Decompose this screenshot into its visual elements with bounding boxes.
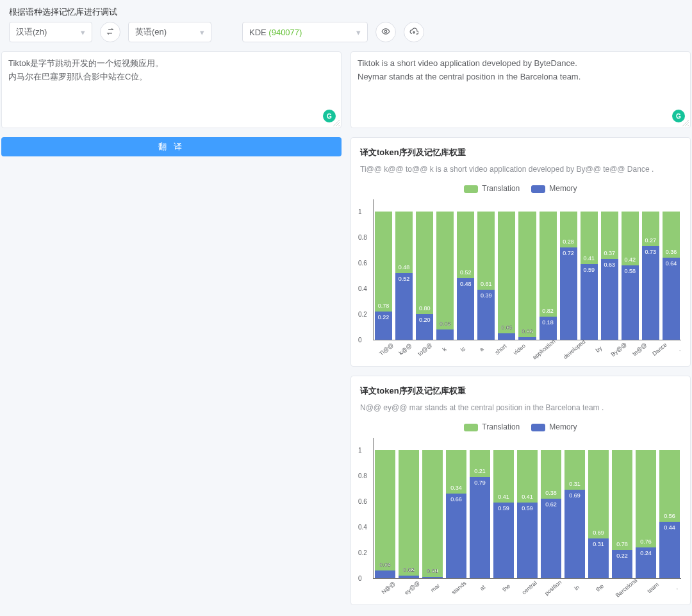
preview-button[interactable] — [375, 22, 396, 42]
target-language-select[interactable]: 英语(en) ▾ — [128, 22, 211, 42]
bar-te@@: 0.420.58 — [622, 212, 639, 340]
legend-swatch-translation — [464, 424, 478, 431]
source-language-value: 汉语(zh) — [16, 26, 47, 38]
resize-grip-icon[interactable] — [333, 120, 340, 126]
bar-the: 0.690.31 — [588, 450, 609, 578]
source-language-select[interactable]: 汉语(zh) ▾ — [9, 22, 92, 42]
bar-central: 0.410.59 — [517, 450, 538, 578]
xlabel: . — [668, 338, 687, 356]
xlabel: to@@ — [413, 338, 433, 357]
bar-Barcelona: 0.780.22 — [612, 450, 632, 578]
swap-languages-button[interactable] — [100, 22, 120, 42]
eye-icon — [381, 27, 390, 38]
bar-ey@@: 0.980.02 — [399, 450, 419, 578]
legend-swatch-memory — [531, 424, 545, 431]
xlabel: short — [489, 338, 508, 356]
bar-k: 0.920.08 — [436, 212, 454, 340]
chart-legend: Translation Memory — [360, 419, 681, 438]
bar-short: 0.950.05 — [498, 212, 515, 340]
chevron-down-icon: ▾ — [81, 28, 85, 37]
bar-team: 0.760.24 — [636, 450, 656, 578]
chevron-down-icon: ▾ — [356, 28, 361, 37]
target-language-value: 英语(en) — [135, 26, 167, 38]
bar-video: 0.980.02 — [518, 212, 536, 340]
bar-position: 0.380.62 — [541, 450, 561, 578]
token-weights-panel-2: 译文token序列及记忆库权重 N@@ ey@@ mar stands at t… — [350, 376, 691, 605]
bar-stands: 0.340.66 — [446, 450, 466, 578]
source-line: 内马尔在巴塞罗那队合影中站在C位。 — [8, 71, 334, 84]
upload-button[interactable] — [404, 22, 424, 42]
page-title: 根据语种选择记忆库进行调试 — [0, 0, 692, 22]
panel-title: 译文token序列及记忆库权重 — [351, 138, 690, 162]
legend-swatch-memory — [531, 185, 545, 193]
bar-.: 0.560.44 — [659, 450, 680, 578]
xlabel: video — [508, 338, 527, 356]
panel-subtitle: N@@ ey@@ mar stands at the central posit… — [351, 401, 690, 419]
translate-button[interactable]: 翻 译 — [1, 137, 342, 156]
bar-in: 0.310.69 — [564, 450, 585, 578]
cloud-upload-icon — [409, 27, 418, 38]
chart-legend: Translation Memory — [360, 180, 681, 199]
bar-mar: 0.990.01 — [422, 450, 443, 578]
bar-to@@: 0.800.20 — [416, 212, 433, 340]
bar-k@@: 0.480.52 — [395, 212, 413, 340]
output-line: Neymar stands at the central position in… — [358, 71, 684, 84]
bar-at: 0.210.79 — [470, 450, 490, 578]
bar-developed: 0.280.72 — [560, 212, 577, 340]
resize-grip-icon[interactable] — [682, 120, 689, 126]
xlabel: Dance — [648, 338, 668, 358]
panel-title: 译文token序列及记忆库权重 — [351, 376, 690, 401]
bar-By@@: 0.370.63 — [601, 212, 618, 340]
bar-N@@: 0.940.06 — [375, 450, 395, 578]
bar-Dance: 0.270.73 — [642, 212, 659, 340]
bar-by: 0.410.59 — [581, 212, 598, 340]
xlabel: k — [432, 338, 452, 356]
xlabel: te@@ — [628, 338, 648, 357]
token-weights-panel-1: 译文token序列及记忆库权重 Ti@@ k@@ to@@ k is a sho… — [350, 137, 691, 367]
xlabel: Ti@@ — [375, 338, 395, 357]
xlabel: a — [470, 338, 490, 356]
xlabel: is — [452, 338, 471, 356]
stacked-bar-chart: 00.20.40.60.810.940.060.980.020.990.010.… — [373, 438, 681, 579]
swap-icon — [106, 27, 115, 38]
bar-application: 0.820.18 — [540, 212, 557, 340]
source-text-input[interactable]: Tiktok是字节跳动开发的一个短视频应用。 内马尔在巴塞罗那队合影中站在C位。… — [1, 51, 342, 128]
controls-row: 汉语(zh) ▾ 英语(en) ▾ KDE (940077) ▾ — [0, 22, 692, 51]
bar-is: 0.520.48 — [457, 212, 474, 340]
svg-point-0 — [384, 30, 387, 33]
left-column: Tiktok是字节跳动开发的一个短视频应用。 内马尔在巴塞罗那队合影中站在C位。… — [1, 51, 342, 156]
panel-subtitle: Ti@@ k@@ to@@ k is a short video applica… — [351, 162, 690, 180]
bar-.: 0.360.64 — [663, 212, 680, 340]
chevron-down-icon: ▾ — [200, 28, 204, 37]
right-column: Tiktok is a short video application deve… — [350, 51, 691, 605]
memory-select[interactable]: KDE (940077) ▾ — [242, 22, 368, 42]
translation-output[interactable]: Tiktok is a short video application deve… — [350, 51, 691, 128]
memory-select-value: KDE (940077) — [249, 28, 302, 37]
output-line: Tiktok is a short video application deve… — [358, 57, 684, 71]
bar-the: 0.410.59 — [493, 450, 514, 578]
stacked-bar-chart: 00.20.40.60.810.780.220.480.520.800.200.… — [373, 199, 681, 340]
legend-swatch-translation — [464, 185, 478, 193]
xlabel: k@@ — [394, 338, 413, 356]
xlabel: by — [588, 338, 607, 356]
source-line: Tiktok是字节跳动开发的一个短视频应用。 — [8, 57, 334, 71]
bar-Ti@@: 0.780.22 — [375, 212, 392, 340]
bar-a: 0.610.39 — [477, 212, 495, 340]
